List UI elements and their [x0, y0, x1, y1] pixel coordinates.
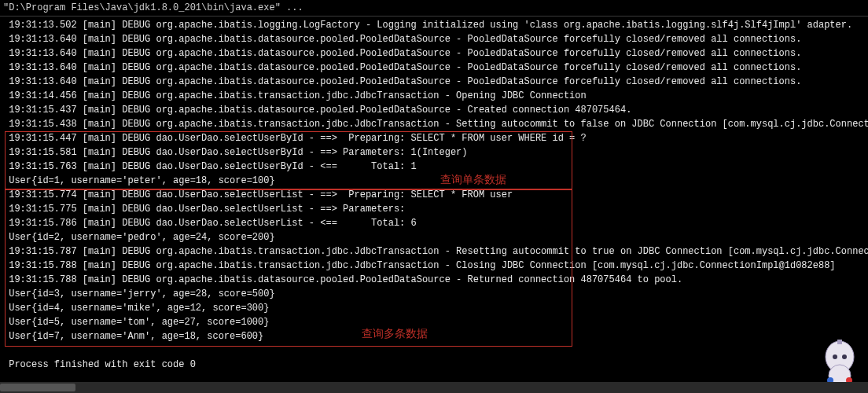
log-line: 19:31:15.788 [main] DEBUG org.apache.iba…	[3, 273, 868, 287]
log-line: User{id=3, username='jerry', age=28, sco…	[3, 287, 868, 301]
log-line: User{id=2, username='pedro', age=24, sco…	[3, 230, 868, 244]
log-line: 19:31:13.640 [main] DEBUG org.apache.iba…	[3, 46, 868, 61]
log-line: 19:31:15.447 [main] DEBUG dao.UserDao.se…	[3, 131, 868, 145]
console-output[interactable]: 19:31:13.502 [main] DEBUG org.apache.iba…	[0, 17, 868, 372]
log-line: 19:31:15.786 [main] DEBUG dao.UserDao.se…	[3, 216, 868, 230]
log-line: 19:31:13.640 [main] DEBUG org.apache.iba…	[3, 75, 868, 89]
svg-rect-6	[837, 340, 842, 344]
log-line: 19:31:15.787 [main] DEBUG org.apache.iba…	[3, 244, 868, 259]
log-line: User{id=7, username='Anm', age=18, score…	[3, 329, 868, 343]
log-line: 19:31:13.640 [main] DEBUG org.apache.iba…	[3, 32, 868, 46]
log-line: 19:31:15.774 [main] DEBUG dao.UserDao.se…	[3, 188, 868, 202]
log-line: 19:31:15.775 [main] DEBUG dao.UserDao.se…	[3, 202, 868, 216]
console-titlebar: "D:\Program Files\Java\jdk1.8.0_201\bin\…	[0, 0, 868, 17]
log-line: User{id=5, username='tom', age=27, score…	[3, 315, 868, 329]
console-window: "D:\Program Files\Java\jdk1.8.0_201\bin\…	[0, 0, 868, 393]
log-line: Process finished with exit code 0	[3, 358, 868, 372]
log-line: User{id=1, username='peter', age=18, sco…	[3, 174, 868, 188]
scrollbar-thumb[interactable]	[0, 384, 75, 391]
log-line: 19:31:15.763 [main] DEBUG dao.UserDao.se…	[3, 160, 868, 174]
log-line: 19:31:13.502 [main] DEBUG org.apache.iba…	[3, 18, 868, 32]
svg-point-3	[842, 354, 847, 359]
log-line: 19:31:13.640 [main] DEBUG org.apache.iba…	[3, 61, 868, 75]
log-line: 19:31:15.437 [main] DEBUG org.apache.iba…	[3, 103, 868, 117]
log-line: 19:31:15.788 [main] DEBUG org.apache.iba…	[3, 259, 868, 273]
svg-point-2	[833, 354, 837, 359]
log-line	[3, 343, 868, 358]
log-line: 19:31:15.438 [main] DEBUG org.apache.iba…	[3, 117, 868, 131]
horizontal-scrollbar[interactable]	[0, 382, 868, 393]
log-line: 19:31:14.456 [main] DEBUG org.apache.iba…	[3, 89, 868, 103]
log-line: 19:31:15.581 [main] DEBUG dao.UserDao.se…	[3, 145, 868, 160]
log-line: User{id=4, username='mike', age=12, scor…	[3, 301, 868, 315]
